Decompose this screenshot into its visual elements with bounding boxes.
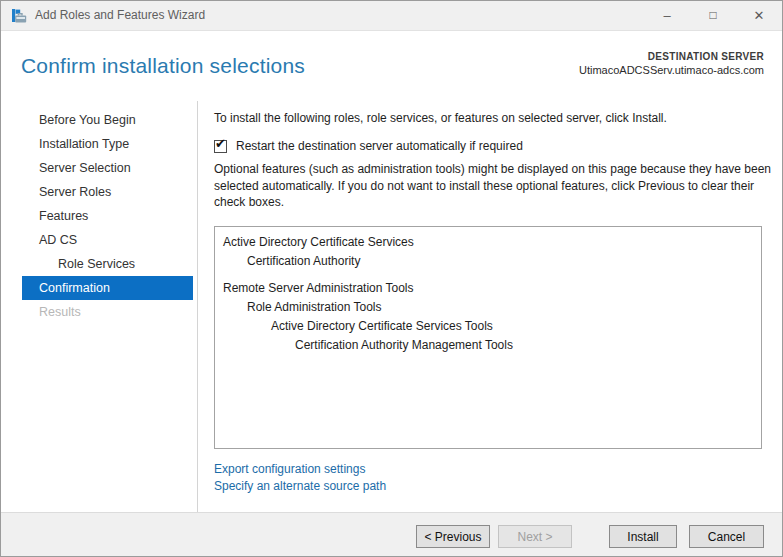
install-button[interactable]: Install — [609, 525, 677, 548]
wizard-header: Confirm installation selections DESTINAT… — [1, 32, 782, 101]
previous-button[interactable]: < Previous — [416, 525, 490, 548]
title-bar[interactable]: Add Roles and Features Wizard – □ ✕ — [1, 1, 782, 31]
sidebar-item-installation-type[interactable]: Installation Type — [22, 132, 193, 156]
sidebar-item-results: Results — [22, 300, 193, 324]
link-specify-an-alternate-source-path[interactable]: Specify an alternate source path — [214, 478, 386, 495]
restart-checkbox[interactable]: ✔ — [214, 140, 227, 153]
minimize-icon[interactable]: – — [644, 1, 690, 30]
destination-server-name: UtimacoADCSServ.utimaco-adcs.com — [579, 64, 764, 76]
wizard-window: Add Roles and Features Wizard – □ ✕ Conf… — [0, 0, 783, 557]
link-export-configuration-settings[interactable]: Export configuration settings — [214, 461, 386, 478]
sidebar-item-role-services[interactable]: Role Services — [22, 252, 193, 276]
tree-item-certification-authority: Certification Authority — [215, 252, 761, 271]
window-controls: – □ ✕ — [644, 1, 782, 30]
wizard-content: To install the following roles, role ser… — [199, 101, 782, 512]
cancel-button[interactable]: Cancel — [689, 525, 764, 548]
close-icon[interactable]: ✕ — [736, 1, 782, 30]
tree-item-certification-authority-management-tools: Certification Authority Management Tools — [215, 336, 761, 355]
window-title: Add Roles and Features Wizard — [35, 1, 205, 30]
checkmark-icon: ✔ — [215, 137, 226, 151]
intro-text: To install the following roles, role ser… — [214, 111, 774, 125]
tree-item-remote-server-administration-tools: Remote Server Administration Tools — [215, 279, 761, 298]
optional-features-note: Optional features (such as administratio… — [214, 161, 776, 211]
sidebar-item-features[interactable]: Features — [22, 204, 193, 228]
footer-links: Export configuration settingsSpecify an … — [214, 461, 386, 495]
tree-item-active-directory-certificate-services-tools: Active Directory Certificate Services To… — [215, 317, 761, 336]
selection-tree-box: Active Directory Certificate ServicesCer… — [214, 226, 762, 449]
sidebar-item-server-selection[interactable]: Server Selection — [22, 156, 193, 180]
next-button: Next > — [498, 525, 572, 548]
tree-item-active-directory-certificate-services: Active Directory Certificate Services — [215, 233, 761, 252]
restart-checkbox-label[interactable]: Restart the destination server automatic… — [236, 139, 523, 153]
maximize-icon[interactable]: □ — [690, 1, 736, 30]
wizard-footer: < PreviousNext >InstallCancel — [1, 512, 782, 556]
server-manager-icon — [11, 8, 27, 24]
sidebar-item-server-roles[interactable]: Server Roles — [22, 180, 193, 204]
destination-block: DESTINATION SERVER UtimacoADCSServ.utima… — [579, 51, 764, 76]
sidebar-item-confirmation[interactable]: Confirmation — [22, 276, 193, 300]
destination-server-label: DESTINATION SERVER — [579, 51, 764, 62]
wizard-nav: Before You BeginInstallation TypeServer … — [1, 101, 198, 512]
sidebar-item-ad-cs[interactable]: AD CS — [22, 228, 193, 252]
restart-row: ✔ Restart the destination server automat… — [214, 139, 523, 153]
tree-item-role-administration-tools: Role Administration Tools — [215, 298, 761, 317]
sidebar-item-before-you-begin[interactable]: Before You Begin — [22, 108, 193, 132]
page-title: Confirm installation selections — [21, 54, 305, 78]
